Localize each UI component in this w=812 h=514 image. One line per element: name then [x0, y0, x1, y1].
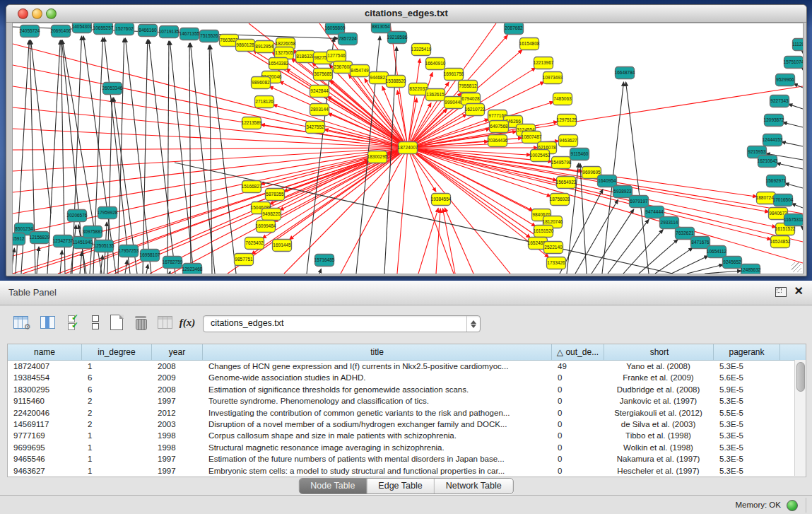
graph-node[interactable]: 9227343: [770, 95, 789, 107]
graph-node-selected[interactable]: 3427552: [306, 122, 325, 134]
close-panel-icon[interactable]: ✕: [794, 285, 804, 298]
graph-node-selected[interactable]: 7625402: [245, 238, 264, 250]
selected-edge[interactable]: [408, 119, 489, 148]
graph-node[interactable]: 20206576: [67, 210, 88, 222]
graph-node[interactable]: 8471676: [691, 237, 710, 249]
table-row[interactable]: 969969511998Structural magnetic resonanc…: [8, 442, 806, 453]
graph-node-selected[interactable]: 16640910: [425, 58, 446, 70]
graph-node[interactable]: 12342737: [53, 235, 73, 247]
graph-node-selected[interactable]: 13325419: [411, 44, 432, 56]
cell[interactable]: Nakamura et al. (1997): [604, 453, 714, 465]
cell[interactable]: Stergiakouli et al. (2012): [604, 407, 714, 419]
graph-node[interactable]: 17016504: [773, 194, 794, 206]
table-row[interactable]: 1938455462009Genome-wide association stu…: [8, 372, 806, 383]
graph-node[interactable]: 7857224: [339, 33, 358, 45]
graph-node-selected[interactable]: 16210722: [465, 104, 486, 116]
graph-node-selected[interactable]: 16543382: [269, 58, 289, 70]
graph-node-selected[interactable]: 9896082: [252, 77, 271, 89]
selected-edge[interactable]: [150, 161, 369, 274]
graph-node-selected[interactable]: 7485063: [553, 93, 572, 105]
graph-node[interactable]: 15716485: [314, 255, 335, 267]
graph-node-selected[interactable]: 1691445: [273, 240, 292, 252]
cell[interactable]: 0: [552, 430, 604, 441]
cell[interactable]: 0: [552, 407, 604, 419]
cell[interactable]: 6: [82, 384, 152, 395]
graph-node-selected[interactable]: 8186328: [296, 51, 315, 63]
graph-node-selected[interactable]: 1277546: [327, 50, 346, 62]
edge[interactable]: [783, 122, 803, 127]
graph-node-selected[interactable]: 9498220: [262, 209, 281, 221]
graph-node[interactable]: 12923468: [182, 264, 203, 274]
cell[interactable]: 5.3E-5: [714, 430, 780, 441]
graph-node-selected[interactable]: 16154808: [519, 38, 540, 50]
graph-node-selected[interactable]: 1733426: [547, 257, 566, 269]
graph-node-selected[interactable]: 10973493: [543, 72, 563, 84]
cell[interactable]: 1: [82, 361, 152, 372]
graph-node[interactable]: 9529966: [776, 74, 795, 86]
cell[interactable]: 1: [82, 453, 152, 465]
selected-edge[interactable]: [171, 148, 408, 274]
graph-node[interactable]: 1640954: [598, 175, 617, 187]
graph-node-selected[interactable]: 1362615: [426, 89, 445, 101]
cell[interactable]: 1997: [152, 465, 203, 477]
network-canvas[interactable]: 1872400776638229860128891295418226058132…: [12, 23, 804, 274]
table-row[interactable]: 1830029562008Estimation of significance …: [8, 384, 806, 395]
graph-node-selected[interactable]: 12213589: [242, 117, 262, 129]
cell[interactable]: 9463627: [8, 465, 82, 477]
selected-edge[interactable]: [397, 148, 408, 274]
graph-node[interactable]: 2933114: [660, 217, 679, 229]
graph-node-selected[interactable]: 9860128: [236, 40, 255, 52]
graph-node-selected[interactable]: 2718126: [255, 96, 274, 108]
graph-node[interactable]: 10655257: [93, 23, 114, 35]
cell[interactable]: 0: [552, 384, 604, 395]
scrollbar-thumb[interactable]: [796, 362, 805, 392]
cell[interactable]: Estimation of the future numbers of pati…: [203, 453, 552, 465]
graph-node[interactable]: 12444153: [763, 134, 783, 146]
column-header-in_degree[interactable]: in_degree: [82, 344, 152, 360]
graph-node-selected[interactable]: 15166827: [242, 181, 262, 193]
column-header-title[interactable]: title: [203, 344, 552, 360]
edge[interactable]: [125, 260, 127, 274]
cell[interactable]: de Silva et al. (2003): [604, 419, 714, 430]
cell[interactable]: 5.3E-5: [714, 465, 780, 477]
cell[interactable]: 1: [82, 465, 152, 477]
table-scrollbar[interactable]: [794, 360, 806, 476]
citation-graph[interactable]: 1872400776638229860128891295418226058132…: [13, 23, 803, 274]
tab-node-table[interactable]: Node Table: [299, 479, 367, 493]
edge[interactable]: [60, 250, 62, 274]
cell[interactable]: Changes of HCN gene expression and I(f) …: [203, 361, 552, 372]
cell[interactable]: Hescheler et al. (1997): [604, 465, 714, 477]
cell[interactable]: 5.5E-5: [714, 407, 780, 419]
graph-node-selected[interactable]: 10807487: [522, 132, 542, 144]
graph-node[interactable]: 10719135: [159, 26, 180, 38]
graph-node-selected[interactable]: 18724007: [398, 142, 418, 154]
graph-node[interactable]: 17957253: [119, 245, 139, 257]
cell[interactable]: 18300295: [8, 384, 82, 395]
graph-node-selected[interactable]: 6497568: [490, 121, 509, 133]
edge[interactable]: [167, 41, 169, 274]
column-header-pagerank[interactable]: pagerank: [714, 344, 780, 360]
selected-edge[interactable]: [408, 148, 546, 243]
graph-node-selected[interactable]: 15654923: [556, 177, 577, 189]
selected-edge[interactable]: [436, 209, 440, 274]
cell[interactable]: 1998: [152, 442, 203, 453]
graph-node[interactable]: 11675311: [784, 214, 803, 226]
cell[interactable]: 5.3E-5: [714, 361, 780, 372]
cell[interactable]: Yano et al. (2008): [604, 361, 714, 372]
edge[interactable]: [37, 247, 39, 274]
selected-edge[interactable]: [289, 148, 408, 240]
edge[interactable]: [71, 225, 76, 274]
cell[interactable]: 0: [552, 419, 604, 430]
edge[interactable]: [608, 219, 649, 274]
cell[interactable]: 2009: [152, 372, 203, 383]
cell[interactable]: Tourette syndrome. Phenomenology and cla…: [203, 395, 552, 407]
cell[interactable]: Disruption of a novel member of a sodium…: [203, 419, 552, 430]
column-header-name[interactable]: name: [8, 344, 82, 360]
edge[interactable]: [777, 163, 803, 169]
graph-node-selected[interactable]: 20364436: [488, 135, 508, 147]
graph-node[interactable]: 11129604: [792, 39, 803, 51]
cell[interactable]: Investigating the contribution of common…: [203, 407, 552, 419]
graph-node[interactable]: 19218586: [387, 32, 408, 44]
graph-node[interactable]: 12093872: [764, 115, 784, 127]
graph-node[interactable]: 8813054: [372, 23, 391, 33]
